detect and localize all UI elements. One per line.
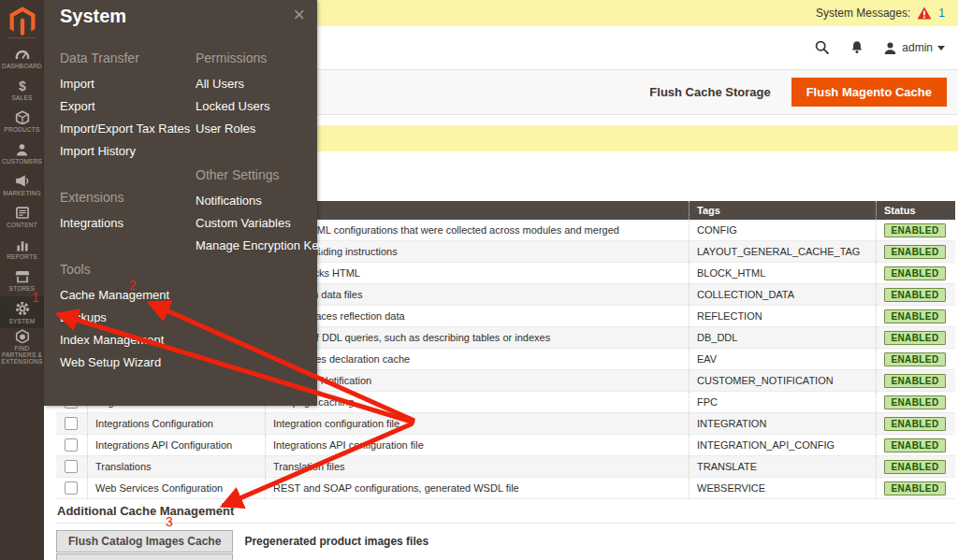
sidebar-item-reports[interactable]: REPORTS: [0, 233, 44, 265]
sidebar-item-products[interactable]: PRODUCTS: [0, 106, 44, 137]
section-permissions: Permissions All Users Locked Users User …: [196, 47, 325, 140]
flush-catalog-images-description: Pregenerated product images files: [244, 535, 428, 548]
cache-tags: INTEGRATION: [689, 413, 876, 434]
cache-description: API interfaces reflection data: [265, 306, 689, 326]
cache-tags: BLOCK_HTML: [689, 263, 876, 283]
cache-description: Results of DDL queries, such as describi…: [265, 327, 689, 348]
sidebar-item-content[interactable]: CONTENT: [0, 201, 44, 233]
header-description: [265, 201, 689, 220]
section-header: Extensions: [60, 186, 189, 208]
menu-item-import-history[interactable]: Import History: [60, 140, 189, 163]
svg-text:$: $: [19, 79, 26, 93]
status-badge: ENABLED: [884, 352, 946, 366]
section-header: Data Transfer: [60, 47, 189, 69]
section-header: Tools: [60, 258, 189, 280]
menu-item-notifications[interactable]: Notifications: [196, 190, 325, 212]
menu-item-index-management[interactable]: Index Management: [60, 329, 189, 352]
chevron-down-icon: [937, 46, 945, 50]
admin-account-menu[interactable]: admin: [883, 41, 945, 55]
menu-item-integrations[interactable]: Integrations: [60, 212, 189, 235]
menu-item-export[interactable]: Export: [60, 95, 189, 118]
section-header: Other Settings: [196, 164, 325, 186]
row-checkbox[interactable]: [65, 481, 78, 495]
row-checkbox[interactable]: [65, 417, 78, 430]
cache-tags: DB_DDL: [689, 327, 876, 348]
menu-item-web-setup-wizard[interactable]: Web Setup Wizard: [60, 352, 189, 374]
customers-person-icon: [15, 143, 29, 156]
reports-bar-chart-icon: [15, 238, 30, 251]
search-icon[interactable]: [814, 39, 831, 56]
sales-dollar-icon: $: [15, 79, 30, 93]
sidebar-item-dashboard[interactable]: DASHBOARD: [0, 42, 44, 74]
cache-tags: CONFIG: [689, 220, 876, 240]
flush-magento-cache-button[interactable]: Flush Magento Cache: [791, 78, 947, 107]
status-badge: ENABLED: [884, 417, 946, 431]
flyout-column-2: Permissions All Users Locked Users User …: [196, 47, 325, 257]
menu-item-manage-encryption-key[interactable]: Manage Encryption Key: [196, 235, 325, 257]
cache-description: Entity types declaration cache: [265, 349, 689, 369]
menu-item-custom-variables[interactable]: Custom Variables: [196, 212, 325, 235]
flush-catalog-images-button[interactable]: Flush Catalog Images Cache: [56, 530, 233, 553]
menu-item-cache-management[interactable]: Cache Management: [60, 284, 189, 307]
magento-logo[interactable]: [0, 7, 44, 40]
system-gear-icon: [15, 301, 30, 316]
flyout-column-1: Data Transfer Import Export Import/Expor…: [60, 47, 189, 374]
cache-description: REST and SOAP configurations, generated …: [265, 478, 689, 498]
status-badge: ENABLED: [884, 223, 946, 237]
cache-description: Integrations API configuration file: [265, 435, 689, 455]
row-checkbox[interactable]: [65, 460, 78, 473]
admin-sidebar: DASHBOARD $ SALES PRODUCTS: [0, 0, 44, 560]
section-header: Permissions: [196, 47, 325, 69]
notifications-bell-icon[interactable]: [849, 40, 864, 55]
menu-item-user-roles[interactable]: User Roles: [196, 118, 325, 140]
status-badge: ENABLED: [884, 288, 946, 302]
cache-description: Customer Notification: [265, 370, 689, 391]
status-badge: ENABLED: [884, 438, 946, 452]
marketing-megaphone-icon: [15, 174, 30, 188]
menu-item-all-users[interactable]: All Users: [196, 73, 325, 95]
cache-tags: REFLECTION: [689, 306, 876, 326]
flush-js-css-button[interactable]: Flush JavaScript/CSS Cache: [56, 553, 233, 560]
sidebar-item-customers[interactable]: CUSTOMERS: [0, 137, 44, 169]
cache-description: Page blocks HTML: [265, 263, 689, 283]
warning-triangle-icon: [917, 7, 932, 20]
status-badge: ENABLED: [884, 331, 946, 345]
menu-item-import-export-tax-rates[interactable]: Import/Export Tax Rates: [60, 118, 189, 140]
admin-username: admin: [902, 41, 933, 54]
menu-item-backups[interactable]: Backups: [60, 307, 189, 329]
content-page-icon: [15, 206, 30, 220]
system-messages-count[interactable]: 1: [938, 7, 945, 20]
close-icon[interactable]: ×: [293, 2, 305, 28]
stores-shop-icon: [15, 269, 30, 283]
cache-tags: WEBSERVICE: [689, 478, 876, 498]
flush-catalog-images-row: Flush Catalog Images Cache Pregenerated …: [56, 530, 428, 553]
cache-type: Translations: [87, 456, 265, 477]
sidebar-item-marketing[interactable]: MARKETING: [0, 169, 44, 201]
flush-js-css-row: Flush JavaScript/CSS Cache: [56, 553, 233, 560]
status-badge: ENABLED: [884, 266, 946, 280]
cache-tags: FPC: [689, 392, 876, 412]
row-checkbox[interactable]: [65, 438, 78, 452]
table-row: Translations Translation files TRANSLATE…: [56, 456, 955, 478]
flush-cache-storage-button[interactable]: Flush Cache Storage: [649, 85, 770, 99]
sidebar-item-sales[interactable]: $ SALES: [0, 74, 44, 106]
additional-cache-heading: Additional Cache Management: [57, 504, 234, 518]
sidebar-item-system[interactable]: SYSTEM: [0, 296, 44, 328]
section-other-settings: Other Settings Notifications Custom Vari…: [196, 164, 325, 257]
find-partners-cube-icon: [15, 329, 30, 343]
header-tags: Tags: [689, 201, 876, 220]
section-divider: [56, 523, 955, 524]
menu-item-import[interactable]: Import: [60, 73, 189, 95]
menu-item-locked-users[interactable]: Locked Users: [196, 95, 325, 118]
status-badge: ENABLED: [884, 481, 946, 495]
status-badge: ENABLED: [884, 374, 946, 388]
cache-description: Collection data files: [265, 284, 689, 305]
sidebar-item-stores[interactable]: STORES: [0, 265, 44, 296]
cache-tags: CUSTOMER_NOTIFICATION: [689, 370, 876, 391]
cache-tags: TRANSLATE: [689, 456, 876, 477]
sidebar-item-find-partners[interactable]: FIND PARTNERS & EXTENSIONS: [0, 328, 44, 366]
status-badge: ENABLED: [884, 460, 946, 474]
system-flyout-menu: System × Data Transfer Import Export Imp…: [44, 0, 317, 406]
flyout-title: System: [60, 6, 126, 27]
section-extensions: Extensions Integrations: [60, 186, 189, 235]
